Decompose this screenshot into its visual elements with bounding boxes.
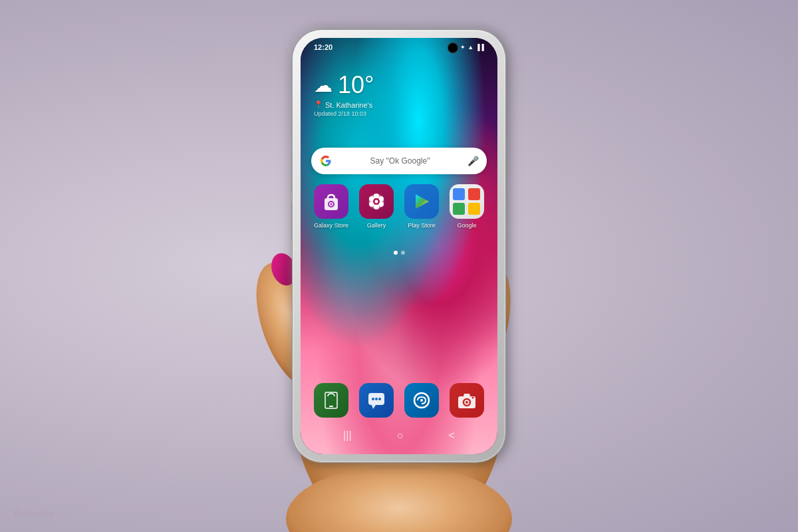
svg-marker-22	[416, 194, 429, 209]
svg-point-34	[466, 401, 468, 404]
watermark: Pocketlint	[13, 509, 55, 519]
galaxy-store-label: Galaxy Store	[314, 222, 348, 229]
weather-widget[interactable]: ☁ 10° 📍 St. Katharine's Updated 2/18 10:…	[314, 71, 374, 117]
dock-camera[interactable]	[450, 383, 484, 418]
galaxy-store-icon	[314, 184, 348, 219]
app-dock	[311, 383, 487, 418]
battery-icon: ▐▐	[475, 44, 484, 51]
phone-icon	[314, 383, 348, 418]
location-pin-icon: 📍	[314, 100, 323, 109]
weather-icon: ☁	[314, 74, 332, 96]
svg-rect-23	[329, 406, 333, 407]
svg-point-21	[375, 200, 378, 203]
phone-frame: 12:20 ✦ ▲ ▐▐ ☁ 10° 📍 St. Katharine's Upd…	[293, 30, 505, 462]
svg-point-35	[472, 397, 474, 399]
samsung-icon	[404, 383, 439, 418]
signal-icon: ▲	[467, 44, 473, 51]
wifi-icon: ✦	[460, 44, 466, 51]
app-google[interactable]: Google	[450, 184, 484, 229]
play-store-label: Play Store	[408, 222, 436, 229]
svg-marker-32	[464, 394, 470, 396]
search-placeholder: Say "Ok Google"	[338, 156, 462, 166]
navigation-bar: ||| ○ <	[301, 422, 497, 449]
google-logo	[319, 154, 332, 168]
svg-marker-25	[372, 405, 376, 409]
page-dot-1	[394, 251, 398, 255]
google-label: Google	[457, 222, 476, 229]
app-gallery[interactable]: Gallery	[359, 184, 394, 229]
weather-updated: Updated 2/18 10:03	[314, 110, 374, 117]
camera-icon	[450, 383, 484, 418]
gallery-icon	[359, 184, 394, 219]
phone-screen: 12:20 ✦ ▲ ▐▐ ☁ 10° 📍 St. Katharine's Upd…	[301, 38, 497, 454]
play-store-icon	[404, 184, 439, 219]
svg-point-27	[375, 398, 378, 400]
svg-point-11	[331, 203, 332, 205]
dock-phone[interactable]	[314, 383, 348, 418]
phone-container: 12:20 ✦ ▲ ▐▐ ☁ 10° 📍 St. Katharine's Upd…	[293, 50, 505, 462]
mic-icon[interactable]: 🎤	[467, 156, 479, 166]
svg-point-26	[372, 398, 374, 400]
svg-point-17	[374, 204, 379, 209]
status-icons: ✦ ▲ ▐▐	[460, 44, 484, 51]
status-time: 12:20	[314, 43, 332, 51]
page-indicators	[301, 251, 497, 255]
nav-recent-apps[interactable]: |||	[343, 430, 351, 442]
temperature: 10°	[338, 71, 374, 99]
nav-home[interactable]: ○	[397, 430, 404, 442]
svg-point-30	[420, 399, 423, 402]
dock-samsung[interactable]	[404, 383, 439, 418]
front-camera	[448, 43, 458, 53]
dock-messages[interactable]	[359, 383, 394, 418]
app-play-store[interactable]: Play Store	[404, 184, 439, 229]
svg-point-14	[374, 194, 379, 199]
messages-icon	[359, 383, 394, 418]
status-bar: 12:20 ✦ ▲ ▐▐	[301, 38, 497, 57]
nav-back[interactable]: <	[449, 430, 455, 442]
weather-location: 📍 St. Katharine's	[314, 100, 374, 109]
app-galaxy-store[interactable]: Galaxy Store	[314, 184, 348, 229]
gallery-label: Gallery	[367, 222, 386, 229]
svg-point-28	[378, 398, 381, 400]
google-icon	[450, 184, 484, 219]
google-search-bar[interactable]: Say "Ok Google" 🎤	[311, 148, 487, 174]
page-dot-2	[401, 251, 405, 255]
app-grid: Galaxy Store	[311, 184, 487, 229]
